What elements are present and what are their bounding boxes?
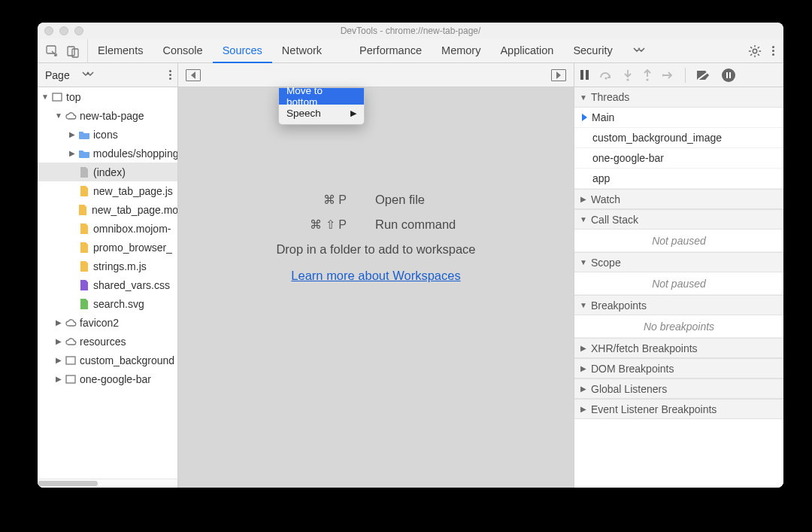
chevron-right-icon[interactable]: ▶	[54, 356, 63, 364]
svg-point-3	[753, 49, 756, 53]
step-icon[interactable]	[662, 71, 674, 80]
step-over-icon[interactable]	[599, 70, 613, 81]
tree-row[interactable]: omnibox.mojom-	[38, 219, 177, 238]
section-xhr[interactable]: ▶XHR/fetch Breakpoints	[574, 338, 783, 358]
chevron-down-icon[interactable]: ▼	[54, 111, 63, 120]
section-dom[interactable]: ▶DOM Breakpoints	[574, 358, 783, 378]
inspect-element-icon[interactable]	[45, 44, 59, 58]
tree-row[interactable]: ▶resources	[38, 332, 177, 351]
svg-line-8	[750, 47, 752, 48]
chevron-right-icon[interactable]: ▶	[54, 375, 63, 383]
close-icon[interactable]	[44, 26, 53, 35]
tree-row[interactable]: ▼top	[38, 87, 177, 106]
tree-row[interactable]: ▶favicon2	[38, 313, 177, 332]
minimize-icon[interactable]	[59, 26, 68, 35]
section-watch[interactable]: ▶Watch	[574, 189, 783, 209]
collapse-navigator-icon[interactable]	[186, 69, 201, 81]
section-breakpoints[interactable]: ▼Breakpoints	[574, 295, 783, 315]
navigator-tab-page[interactable]: Page	[45, 69, 70, 81]
svg-rect-17	[53, 93, 62, 101]
svg-rect-19	[66, 375, 75, 383]
svg-rect-0	[47, 46, 56, 53]
tree-row[interactable]: ▶one-google-bar	[38, 369, 177, 388]
panel-toolbar: Page	[38, 63, 783, 87]
navigator-more-icon[interactable]	[169, 70, 171, 80]
editor-header	[178, 63, 574, 87]
tab-sources[interactable]: Sources	[213, 39, 272, 63]
svg-point-12	[604, 77, 607, 79]
tree-label: new_tab_page.mojom	[92, 204, 177, 216]
device-toolbar-icon[interactable]	[66, 44, 80, 58]
tree-row[interactable]: ▼new-tab-page	[38, 106, 177, 125]
tab-security[interactable]: Security	[563, 39, 622, 63]
file-yellow-icon	[78, 260, 90, 272]
ctx-item-label: Move to bottom	[286, 85, 356, 108]
file-purple-icon	[78, 279, 90, 291]
tree-label: modules/shopping	[93, 147, 177, 160]
context-menu: Move to bottom Speech ▶	[278, 87, 365, 125]
devtools-window: DevTools - chrome://new-tab-page/ Elemen…	[38, 23, 783, 488]
settings-icon[interactable]	[748, 44, 762, 58]
tree-row[interactable]: ▶icons	[38, 125, 177, 144]
frame-icon	[65, 354, 77, 366]
tree-label: strings.m.js	[93, 260, 147, 272]
svg-rect-1	[68, 47, 74, 56]
cloud-icon	[65, 317, 77, 329]
tab-console[interactable]: Console	[153, 39, 212, 63]
workspaces-link[interactable]: Learn more about Workspaces	[291, 269, 460, 282]
step-into-icon[interactable]	[623, 69, 632, 81]
tree-label: new_tab_page.js	[93, 185, 173, 197]
tree-label: shared_vars.css	[93, 279, 170, 291]
tree-label: one-google-bar	[80, 373, 151, 385]
tab-application[interactable]: Application	[490, 39, 563, 63]
chevron-right-icon[interactable]: ▶	[54, 318, 63, 327]
tree-row[interactable]: new_tab_page.js	[38, 181, 177, 200]
submenu-arrow-icon: ▶	[350, 108, 356, 118]
navigator-overflow-icon[interactable]	[82, 71, 94, 78]
file-gray-icon	[78, 166, 90, 178]
tree-row[interactable]: new_tab_page.mojom	[38, 200, 177, 219]
sidebar-scrollbar[interactable]	[38, 479, 177, 488]
tree-row[interactable]: ▶modules/shopping	[38, 144, 177, 163]
chevron-right-icon[interactable]: ▶	[54, 337, 63, 345]
tree-row[interactable]: promo_browser_	[38, 238, 177, 257]
tree-row[interactable]: (index)	[38, 163, 177, 181]
section-callstack[interactable]: ▼Call Stack	[574, 209, 783, 230]
tree-label: (index)	[93, 166, 126, 178]
thread-row[interactable]: app	[574, 169, 783, 189]
thread-row[interactable]: Main	[574, 108, 783, 128]
chevron-right-icon[interactable]: ▶	[68, 130, 77, 138]
section-threads[interactable]: ▼Threads	[574, 87, 783, 108]
zoom-icon[interactable]	[74, 26, 83, 35]
thread-row[interactable]: custom_background_image	[574, 128, 783, 148]
tabs-overflow[interactable]	[623, 39, 656, 63]
section-event[interactable]: ▶Event Listener Breakpoints	[574, 399, 783, 419]
tab-memory[interactable]: Memory	[432, 39, 490, 63]
tree-row[interactable]: search.svg	[38, 294, 177, 313]
folder-icon	[78, 147, 90, 160]
pause-icon[interactable]	[580, 70, 589, 80]
columns: ▼top▼new-tab-page▶icons▶modules/shopping…	[38, 87, 783, 488]
step-out-icon[interactable]	[643, 69, 652, 81]
more-menu-icon[interactable]	[772, 46, 774, 56]
svg-rect-18	[66, 357, 75, 364]
pause-on-exceptions-icon[interactable]	[722, 68, 735, 82]
shortcut-open-file-keys: ⌘ P	[264, 193, 347, 207]
tab-elements[interactable]: Elements	[88, 39, 153, 63]
tree-row[interactable]: ▶custom_background	[38, 351, 177, 369]
chevron-down-icon[interactable]: ▼	[41, 93, 50, 101]
thread-row[interactable]: one-google-bar	[574, 148, 783, 169]
deactivate-breakpoints-icon[interactable]	[696, 70, 711, 81]
editor-empty-state: ⌘ P Open file ⌘ ⇧ P Run command Drop in …	[264, 193, 488, 283]
file-tree[interactable]: ▼top▼new-tab-page▶icons▶modules/shopping…	[38, 87, 177, 479]
svg-line-9	[758, 53, 759, 55]
ctx-move-to-bottom[interactable]: Move to bottom	[279, 88, 364, 105]
tab-performance[interactable]: Performance	[350, 39, 432, 63]
section-scope[interactable]: ▼Scope	[574, 252, 783, 272]
chevron-right-icon[interactable]: ▶	[68, 149, 77, 157]
collapse-debugger-icon[interactable]	[551, 69, 566, 81]
section-global[interactable]: ▶Global Listeners	[574, 378, 783, 399]
tree-row[interactable]: shared_vars.css	[38, 275, 177, 294]
tree-row[interactable]: strings.m.js	[38, 257, 177, 275]
tab-network[interactable]: Network	[272, 39, 332, 63]
